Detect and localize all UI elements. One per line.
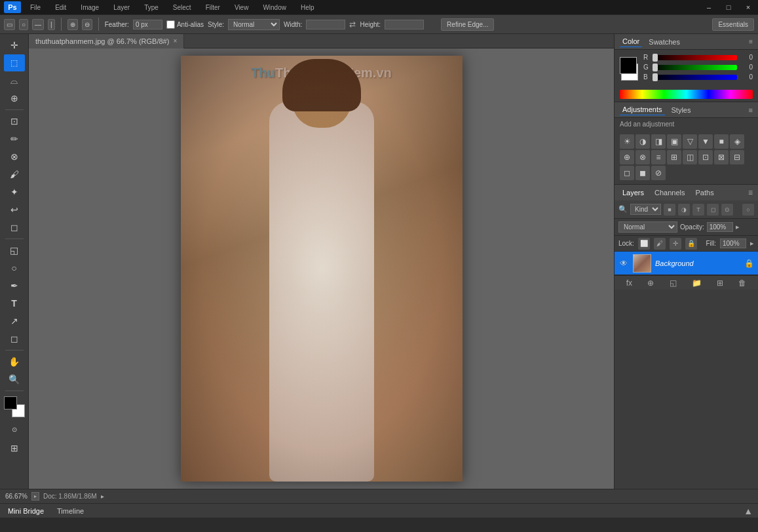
new-selection-btn[interactable]: ⊖ xyxy=(82,19,92,30)
vibrance-btn[interactable]: ▽ xyxy=(683,134,697,149)
threshold-btn[interactable]: ◫ xyxy=(683,150,697,164)
timeline-tab[interactable]: Timeline xyxy=(54,506,86,516)
menu-image[interactable]: Image xyxy=(75,3,104,12)
hsl-btn[interactable]: ▼ xyxy=(698,134,713,149)
levels-btn[interactable]: ◑ xyxy=(635,134,650,149)
filter-type-btn[interactable]: T xyxy=(692,204,704,216)
path-select-tool[interactable]: ↗ xyxy=(4,313,25,330)
crop-tool[interactable]: ⊡ xyxy=(4,113,25,130)
exposure-btn[interactable]: ▣ xyxy=(667,134,681,149)
bridge-expand-icon[interactable]: ▲ xyxy=(744,506,753,516)
channels-tab[interactable]: Channels xyxy=(652,187,687,198)
filter-adj-btn[interactable]: ◑ xyxy=(678,204,690,216)
r-slider[interactable] xyxy=(653,55,737,60)
canvas-viewport[interactable]: ThuThuatPhanMem.vn xyxy=(29,48,614,489)
swap-dimensions-icon[interactable]: ⇄ xyxy=(349,20,356,29)
filter-on-off[interactable]: ○ xyxy=(742,204,754,216)
layer-fx-btn[interactable]: fx xyxy=(626,278,632,288)
pen-tool[interactable]: ✒ xyxy=(4,277,25,294)
eyedropper-tool[interactable]: ✏ xyxy=(4,130,25,147)
channelmixer-btn[interactable]: ⊕ xyxy=(620,150,634,164)
menu-edit[interactable]: Edit xyxy=(50,3,71,12)
layer-new-btn[interactable]: ⊞ xyxy=(717,278,723,288)
quick-mask-btn[interactable]: ⊙ xyxy=(4,421,25,438)
spot-heal-tool[interactable]: ⊗ xyxy=(4,148,25,165)
document-tab[interactable]: thuthuatphanmem.jpg @ 66.7% (RGB/8#) × xyxy=(29,34,184,48)
menu-file[interactable]: File xyxy=(25,3,46,12)
minimize-button[interactable]: – xyxy=(699,0,719,14)
menu-layer[interactable]: Layer xyxy=(108,3,135,12)
layer-group-btn[interactable]: 📁 xyxy=(692,278,702,288)
adj-btn-19[interactable]: ⊘ xyxy=(651,166,666,180)
fg-color-swatch-panel[interactable] xyxy=(620,57,637,74)
posterize-btn[interactable]: ⊞ xyxy=(667,150,681,164)
add-to-selection-btn[interactable]: ⊕ xyxy=(67,19,78,30)
layer-adjustment-btn[interactable]: ◱ xyxy=(670,278,677,288)
invert-btn[interactable]: ≡ xyxy=(651,150,666,164)
opacity-arrow[interactable]: ▸ xyxy=(736,223,740,231)
filter-shape-btn[interactable]: ◻ xyxy=(707,204,719,216)
adj-btn-18[interactable]: ◼ xyxy=(635,166,650,180)
color-tab[interactable]: Color xyxy=(620,36,642,47)
blend-mode-select[interactable]: Normal Dissolve Multiply Screen Overlay xyxy=(618,221,677,233)
curves-btn[interactable]: ◨ xyxy=(651,134,666,149)
menu-filter[interactable]: Filter xyxy=(200,3,225,12)
refine-edge-button[interactable]: Refine Edge... xyxy=(441,18,494,31)
opacity-input[interactable] xyxy=(707,222,733,232)
type-tool[interactable]: T xyxy=(4,295,25,312)
status-arrow[interactable]: ▸ xyxy=(101,493,104,500)
marquee-ellipse-btn[interactable]: ○ xyxy=(19,19,28,30)
layer-delete-btn[interactable]: 🗑 xyxy=(738,278,746,288)
width-input[interactable] xyxy=(306,20,345,29)
marquee-tool[interactable]: ⬚ xyxy=(4,54,25,71)
styles-tab[interactable]: Styles xyxy=(669,105,694,115)
status-info-btn[interactable]: ▸ xyxy=(31,492,39,501)
screen-mode-btn[interactable]: ⊞ xyxy=(4,440,25,457)
color-spectrum[interactable] xyxy=(620,90,753,99)
fg-color-swatch[interactable] xyxy=(4,396,17,409)
swatches-tab[interactable]: Swatches xyxy=(646,37,683,47)
filter-pixel-btn[interactable]: ■ xyxy=(664,204,675,216)
layer-add-mask-btn[interactable]: ⊕ xyxy=(647,278,654,288)
eraser-tool[interactable]: ◻ xyxy=(4,219,25,236)
adjustments-menu[interactable]: ≡ xyxy=(749,106,753,114)
layer-visibility-toggle[interactable]: 👁 xyxy=(618,258,629,269)
menu-select[interactable]: Select xyxy=(168,3,197,12)
brightness-contrast-btn[interactable]: ☀ xyxy=(620,134,634,149)
quick-select-tool[interactable]: ⊕ xyxy=(4,90,25,107)
height-input[interactable] xyxy=(385,20,424,29)
menu-view[interactable]: View xyxy=(229,3,254,12)
zoom-tool[interactable]: 🔍 xyxy=(4,371,25,388)
lock-transparent-btn[interactable]: ⬜ xyxy=(638,238,650,250)
lasso-tool[interactable]: ⌓ xyxy=(4,72,25,89)
adjustments-tab[interactable]: Adjustments xyxy=(620,104,665,115)
lock-image-btn[interactable]: 🖌 xyxy=(654,238,666,250)
gradient-tool[interactable]: ◱ xyxy=(4,242,25,259)
move-tool[interactable]: ✛ xyxy=(4,37,25,54)
mini-bridge-tab[interactable]: Mini Bridge xyxy=(5,506,47,516)
dodge-tool[interactable]: ○ xyxy=(4,259,25,276)
maximize-button[interactable]: □ xyxy=(719,0,738,14)
antialias-checkbox[interactable] xyxy=(166,20,175,29)
menu-window[interactable]: Window xyxy=(257,3,292,12)
close-button[interactable]: × xyxy=(738,0,758,14)
layers-tab[interactable]: Layers xyxy=(620,187,647,198)
document-tab-close[interactable]: × xyxy=(173,37,177,45)
filter-smart-btn[interactable]: ⊙ xyxy=(721,204,733,216)
fill-input[interactable] xyxy=(720,238,746,248)
kind-filter-select[interactable]: Kind xyxy=(630,204,661,215)
selective-btn[interactable]: ⊠ xyxy=(714,150,729,164)
lock-position-btn[interactable]: ✛ xyxy=(670,238,681,250)
background-layer[interactable]: 👁 Background 🔒 xyxy=(615,252,758,275)
history-brush-tool[interactable]: ↩ xyxy=(4,201,25,218)
marquee-row-btn[interactable]: — xyxy=(32,19,44,30)
paths-tab[interactable]: Paths xyxy=(693,187,717,198)
feather-input[interactable] xyxy=(133,20,162,29)
fill-arrow[interactable]: ▸ xyxy=(750,239,754,248)
menu-type[interactable]: Type xyxy=(139,3,164,12)
colorbalance-btn[interactable]: ■ xyxy=(714,134,729,149)
style-select[interactable]: Normal Fixed Ratio Fixed Size xyxy=(228,19,280,30)
gradmap-btn[interactable]: ⊡ xyxy=(698,150,713,164)
shape-tool[interactable]: ◻ xyxy=(4,330,25,347)
marquee-col-btn[interactable]: | xyxy=(48,19,55,30)
